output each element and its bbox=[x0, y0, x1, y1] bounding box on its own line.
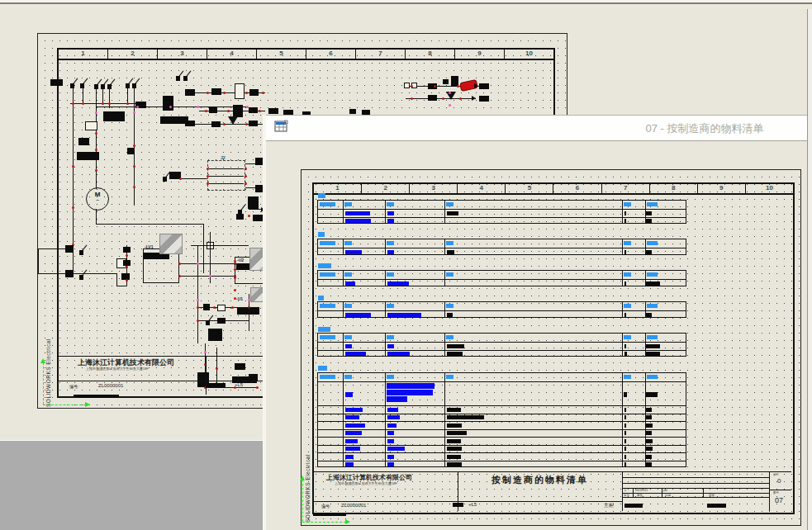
schematic-component bbox=[249, 374, 258, 381]
wire bbox=[73, 87, 74, 103]
junction-dot bbox=[223, 92, 226, 94]
junction-dot bbox=[245, 175, 247, 177]
bom-window[interactable]: 07 - 按制造商的物料清单 12345678910 上海沐江计算机技术有限公司… bbox=[266, 115, 812, 530]
bom-cell-chip bbox=[646, 250, 652, 254]
header-chip bbox=[320, 202, 335, 206]
schematic-component bbox=[248, 196, 259, 209]
junction-dot bbox=[102, 102, 104, 105]
row-line bbox=[318, 217, 686, 218]
column-line bbox=[343, 239, 344, 254]
node-dot bbox=[95, 111, 97, 114]
wire bbox=[179, 276, 235, 277]
bom-cell-chip bbox=[387, 396, 407, 402]
wire bbox=[127, 87, 128, 103]
schematic-component bbox=[103, 111, 125, 121]
wire bbox=[209, 168, 244, 169]
column-line bbox=[385, 334, 386, 356]
component-label-u2: -U2 bbox=[237, 258, 244, 263]
wire bbox=[209, 183, 244, 184]
bom-cell-chip bbox=[447, 313, 453, 317]
doc-number-value: ZL0000001 bbox=[341, 503, 366, 508]
junction-dot bbox=[223, 123, 226, 125]
junction-dot bbox=[82, 102, 84, 105]
wire bbox=[249, 209, 261, 210]
bom-cell-chip bbox=[646, 424, 653, 428]
bom-window-canvas[interactable]: 12345678910 上海沐江计算机技术有限公司 上海市杨浦区国定东路大学生创… bbox=[266, 140, 812, 530]
frame-mark bbox=[74, 395, 119, 398]
origin-arrow-up bbox=[40, 358, 45, 363]
bom-cell-chip bbox=[345, 344, 352, 348]
bom-cell-chip bbox=[447, 447, 462, 451]
switch-lever bbox=[111, 79, 116, 85]
wire-arrow bbox=[472, 96, 476, 101]
schematic-contact bbox=[235, 83, 245, 99]
header-chip bbox=[344, 202, 352, 206]
row-line bbox=[318, 310, 686, 311]
rev-box-label: 修订 bbox=[773, 473, 779, 476]
header-chip bbox=[647, 335, 658, 339]
rev-col-line bbox=[703, 488, 704, 497]
header-chip bbox=[320, 272, 335, 277]
junction-dot bbox=[234, 277, 236, 279]
bom-cell-chip bbox=[624, 424, 626, 428]
funnel-symbol bbox=[228, 116, 238, 125]
column-line bbox=[343, 271, 344, 286]
header-chip bbox=[446, 375, 453, 379]
manufacturer-chip bbox=[318, 263, 331, 268]
schematic-component bbox=[197, 372, 209, 387]
doc-number-label: 编号: bbox=[69, 384, 78, 389]
component-thumbnail bbox=[159, 234, 183, 254]
bom-cell-chip bbox=[387, 455, 394, 459]
location-text: +L5 bbox=[235, 382, 243, 387]
manufacturer-chip bbox=[318, 327, 330, 332]
bom-cell-chip bbox=[387, 390, 433, 395]
rev-header-cell: 描述 bbox=[709, 494, 715, 497]
origin-axis-x bbox=[302, 522, 346, 523]
schematic-component bbox=[185, 121, 195, 126]
junction-dot bbox=[205, 110, 207, 112]
bom-cell-chip bbox=[387, 408, 398, 412]
bom-table-icon[interactable] bbox=[274, 120, 288, 134]
titleblock-divider-3 bbox=[769, 471, 770, 511]
schematic-component bbox=[123, 247, 131, 253]
doc-number-value: ZL0000001 bbox=[98, 383, 123, 388]
junction-dot bbox=[108, 102, 111, 105]
solidworks-brand-text: SOLIDWORKS Electrical bbox=[45, 300, 51, 407]
switch-lever bbox=[83, 78, 88, 84]
header-chip bbox=[624, 241, 631, 245]
titleblock-divider bbox=[206, 356, 207, 395]
header-chip bbox=[344, 335, 352, 339]
junction-dot bbox=[207, 92, 209, 94]
bom-window-titlebar[interactable]: 07 - 按制造商的物料清单 bbox=[266, 116, 812, 140]
schematic-component bbox=[479, 83, 489, 89]
schematic-component bbox=[479, 96, 489, 102]
node-dot bbox=[136, 106, 139, 108]
rev-box-value: 0 bbox=[777, 477, 781, 485]
junction-dot bbox=[256, 386, 259, 389]
bom-sheet[interactable]: 12345678910 上海沐江计算机技术有限公司 上海市杨浦区国定东路大学生创… bbox=[301, 169, 801, 526]
schematic-component bbox=[249, 107, 258, 113]
junction-dot bbox=[259, 110, 261, 112]
revision-table: 02023/9/25pro版次修改日期描述 bbox=[622, 471, 769, 511]
wire bbox=[134, 103, 135, 206]
wire bbox=[38, 273, 65, 274]
junction-dot bbox=[179, 177, 182, 180]
schematic-component bbox=[249, 89, 259, 96]
origin-axis-y bbox=[302, 480, 303, 522]
bom-cell-chip bbox=[646, 439, 653, 443]
schematic-component bbox=[428, 95, 437, 101]
bom-cell-chip bbox=[387, 462, 394, 466]
junction-dot bbox=[234, 268, 236, 271]
bom-cell-chip bbox=[447, 408, 461, 412]
funnel-symbol bbox=[446, 92, 456, 100]
header-chip bbox=[320, 335, 335, 339]
schematic-component bbox=[50, 79, 63, 86]
bom-cell-chip bbox=[447, 431, 467, 435]
sheet-title: 按制造商的物料清单 bbox=[458, 474, 622, 486]
wire bbox=[134, 87, 135, 103]
origin-axis-x bbox=[43, 405, 86, 405]
switch-symbol bbox=[206, 320, 210, 325]
company-address: 上海市杨浦区国定东路大学生创业大厦18F bbox=[86, 367, 149, 371]
schematic-component bbox=[208, 329, 222, 341]
column-line bbox=[385, 201, 386, 223]
